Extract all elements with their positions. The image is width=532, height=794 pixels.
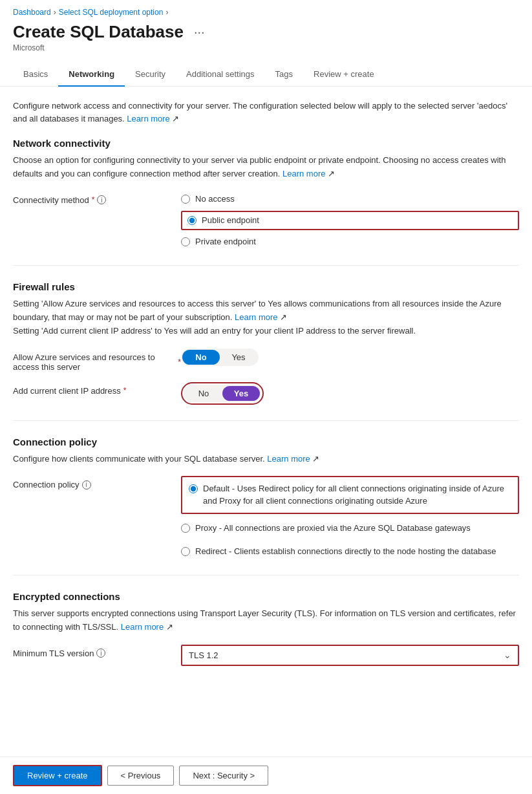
- encrypted-connections-desc: This server supports encrypted connectio…: [13, 607, 519, 634]
- tab-networking[interactable]: Networking: [58, 63, 125, 87]
- policy-option-default-wrapper: Default - Uses Redirect policy for all c…: [181, 476, 519, 513]
- tls-version-label: Minimum TLS version i: [13, 645, 181, 658]
- encrypted-connections-title: Encrypted connections: [13, 591, 519, 602]
- connection-policy-info-icon[interactable]: i: [82, 480, 91, 489]
- radio-policy-proxy-input[interactable]: [181, 524, 190, 533]
- tls-version-select[interactable]: TLS 1.0 TLS 1.1 TLS 1.2: [182, 646, 428, 665]
- allow-azure-row: Allow Azure services and resources to ac…: [13, 349, 519, 372]
- radio-policy-redirect-input[interactable]: [181, 547, 190, 556]
- previous-button[interactable]: < Previous: [107, 766, 175, 786]
- firewall-rules-desc: Setting 'Allow Azure services and resour…: [13, 297, 519, 338]
- radio-private-endpoint-input[interactable]: [181, 237, 190, 246]
- add-client-ip-label: Add current client IP address *: [13, 382, 181, 396]
- allow-azure-toggle[interactable]: No Yes: [181, 349, 259, 366]
- add-client-ip-required: *: [123, 386, 127, 395]
- tls-select-wrapper: TLS 1.0 TLS 1.1 TLS 1.2 ⌄: [181, 645, 519, 666]
- tab-security[interactable]: Security: [125, 63, 176, 87]
- connection-policy-desc: Configure how clients communicate with y…: [13, 453, 519, 466]
- tabs-bar: Basics Networking Security Additional se…: [0, 63, 532, 87]
- encrypted-learn-more[interactable]: Learn more: [121, 622, 164, 632]
- intro-learn-more[interactable]: Learn more: [127, 114, 169, 123]
- add-client-ip-yes[interactable]: Yes: [222, 386, 260, 401]
- add-client-ip-toggle-control: No Yes: [181, 382, 519, 405]
- bottom-bar: Review + create < Previous Next : Securi…: [0, 756, 532, 794]
- breadcrumb-select-sql[interactable]: Select SQL deployment option: [59, 8, 164, 17]
- connectivity-method-row: Connectivity method * i No access Public…: [13, 191, 519, 250]
- tab-review-create[interactable]: Review + create: [303, 63, 385, 87]
- radio-public-endpoint[interactable]: Public endpoint: [181, 211, 519, 230]
- firewall-learn-more-1[interactable]: Learn more: [235, 312, 277, 322]
- required-marker: *: [92, 195, 95, 204]
- connectivity-info-icon[interactable]: i: [97, 195, 106, 204]
- page-header: Create SQL Database ··· Microsoft: [0, 19, 532, 58]
- ellipsis-button[interactable]: ···: [190, 23, 209, 41]
- next-security-button[interactable]: Next : Security >: [179, 766, 268, 786]
- network-connectivity-desc: Choose an option for configuring connect…: [13, 154, 519, 181]
- tab-additional-settings[interactable]: Additional settings: [176, 63, 265, 87]
- add-client-ip-no[interactable]: No: [185, 386, 222, 401]
- main-content: Configure network access and connectivit…: [0, 87, 532, 728]
- connectivity-method-label: Connectivity method * i: [13, 191, 181, 205]
- connectivity-method-options: No access Public endpoint Private endpoi…: [181, 191, 519, 250]
- radio-no-access[interactable]: No access: [181, 191, 519, 207]
- radio-public-endpoint-input[interactable]: [187, 216, 197, 225]
- add-client-ip-toggle[interactable]: No Yes: [184, 385, 261, 402]
- review-create-button[interactable]: Review + create: [13, 765, 102, 786]
- tls-info-icon[interactable]: i: [96, 649, 105, 658]
- radio-policy-redirect[interactable]: Redirect - Clients establish connections…: [181, 544, 519, 559]
- page-title: Create SQL Database: [13, 22, 184, 42]
- firewall-rules-title: Firewall rules: [13, 281, 519, 292]
- connection-policy-title: Connection policy: [13, 436, 519, 447]
- tab-tags[interactable]: Tags: [265, 63, 303, 87]
- connection-policy-label: Connection policy i: [13, 476, 181, 489]
- breadcrumb: Dashboard › Select SQL deployment option…: [0, 0, 532, 19]
- radio-no-access-input[interactable]: [181, 195, 190, 204]
- breadcrumb-dashboard[interactable]: Dashboard: [13, 8, 51, 17]
- radio-policy-proxy[interactable]: Proxy - All connections are proxied via …: [181, 520, 519, 536]
- tls-select-chevron: ⌄: [504, 650, 511, 660]
- page-subtitle: Microsoft: [13, 43, 519, 52]
- intro-text: Configure network access and connectivit…: [13, 100, 519, 125]
- network-learn-more[interactable]: Learn more: [282, 169, 325, 178]
- add-client-ip-toggle-wrapper: No Yes: [181, 382, 264, 405]
- connection-policy-learn-more[interactable]: Learn more: [267, 454, 310, 464]
- radio-policy-default[interactable]: Default - Uses Redirect policy for all c…: [189, 481, 511, 508]
- allow-azure-yes[interactable]: Yes: [220, 350, 257, 365]
- connection-policy-options: Default - Uses Redirect policy for all c…: [181, 476, 519, 559]
- connection-policy-row: Connection policy i Default - Uses Redir…: [13, 476, 519, 559]
- radio-policy-default-input[interactable]: [189, 484, 198, 493]
- tls-version-row: Minimum TLS version i TLS 1.0 TLS 1.1 TL…: [13, 645, 519, 666]
- tls-version-control: TLS 1.0 TLS 1.1 TLS 1.2 ⌄: [181, 645, 519, 666]
- add-client-ip-row: Add current client IP address * No Yes: [13, 382, 519, 405]
- radio-private-endpoint[interactable]: Private endpoint: [181, 234, 519, 250]
- network-connectivity-title: Network connectivity: [13, 138, 519, 149]
- allow-azure-no[interactable]: No: [182, 350, 220, 365]
- allow-azure-toggle-control: No Yes: [181, 349, 519, 366]
- tab-basics[interactable]: Basics: [13, 63, 58, 87]
- allow-azure-label: Allow Azure services and resources to ac…: [13, 349, 181, 372]
